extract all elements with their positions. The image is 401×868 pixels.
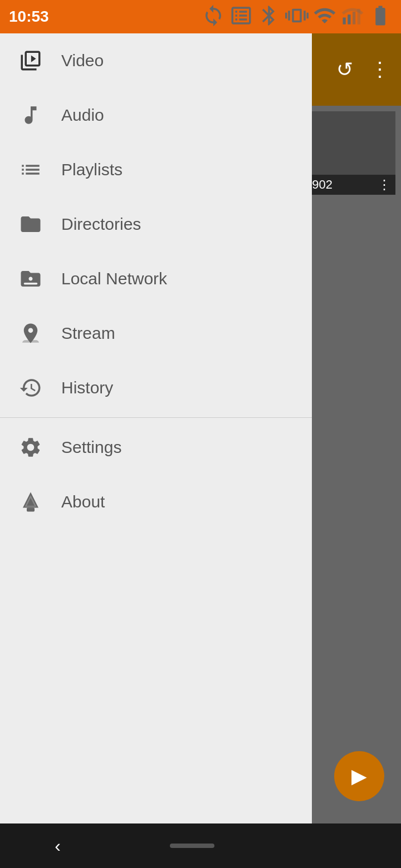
video-menu-icon[interactable]: ⋮ bbox=[378, 177, 391, 193]
battery-icon bbox=[369, 4, 392, 30]
play-fab[interactable]: ▶ bbox=[334, 751, 384, 801]
video-thumbnail: 4902 ⋮ bbox=[301, 111, 395, 195]
wifi-icon bbox=[313, 4, 336, 30]
sidebar-item-settings[interactable]: Settings bbox=[0, 420, 312, 475]
navigation-drawer: Video Audio Playlists Directories Local … bbox=[0, 33, 312, 823]
stream-label: Stream bbox=[61, 324, 115, 343]
sidebar-item-video[interactable]: Video bbox=[0, 33, 312, 88]
home-indicator[interactable] bbox=[170, 844, 214, 848]
clapperboard-icon bbox=[17, 49, 45, 72]
screenshot-icon bbox=[229, 4, 253, 30]
stream-icon bbox=[17, 322, 45, 345]
svg-rect-2 bbox=[353, 12, 355, 24]
bluetooth-icon bbox=[257, 4, 281, 30]
play-icon: ▶ bbox=[351, 765, 367, 788]
sidebar-item-stream[interactable]: Stream bbox=[0, 306, 312, 361]
settings-label: Settings bbox=[61, 438, 121, 457]
history-label: History bbox=[61, 378, 113, 397]
audio-label: Audio bbox=[61, 106, 104, 125]
signal-icon bbox=[341, 4, 364, 30]
vibrate-icon bbox=[285, 4, 309, 30]
back-button[interactable]: ‹ bbox=[55, 836, 61, 856]
sidebar-item-about[interactable]: About bbox=[0, 475, 312, 529]
about-label: About bbox=[61, 492, 105, 511]
sidebar-item-local-network[interactable]: Local Network bbox=[0, 251, 312, 306]
sync-icon bbox=[202, 4, 225, 30]
video-label: Video bbox=[61, 51, 104, 70]
directories-label: Directories bbox=[61, 215, 141, 234]
bottom-nav-bar: ‹ bbox=[0, 823, 401, 868]
svg-rect-0 bbox=[343, 17, 346, 24]
sidebar-item-audio[interactable]: Audio bbox=[0, 88, 312, 142]
playlist-icon bbox=[17, 158, 45, 181]
status-time: 10:53 bbox=[9, 8, 49, 26]
svg-rect-5 bbox=[27, 508, 35, 512]
sidebar-item-directories[interactable]: Directories bbox=[0, 197, 312, 251]
gear-icon bbox=[17, 436, 45, 459]
sidebar-item-history[interactable]: History bbox=[0, 361, 312, 415]
playlists-label: Playlists bbox=[61, 160, 123, 179]
music-icon bbox=[17, 103, 45, 127]
folder-icon bbox=[17, 213, 45, 236]
history-icon bbox=[17, 376, 45, 400]
sidebar-item-playlists[interactable]: Playlists bbox=[0, 142, 312, 197]
local-network-label: Local Network bbox=[61, 269, 167, 288]
svg-rect-3 bbox=[358, 8, 360, 24]
overflow-menu-button[interactable]: ⋮ bbox=[370, 58, 390, 81]
svg-rect-1 bbox=[348, 14, 350, 24]
status-icons bbox=[202, 4, 392, 30]
drawer-divider bbox=[0, 417, 312, 418]
status-bar: 10:53 bbox=[0, 0, 401, 33]
vlc-icon bbox=[17, 490, 45, 514]
network-folder-icon bbox=[17, 267, 45, 290]
history-button[interactable]: ↺ bbox=[336, 58, 353, 81]
